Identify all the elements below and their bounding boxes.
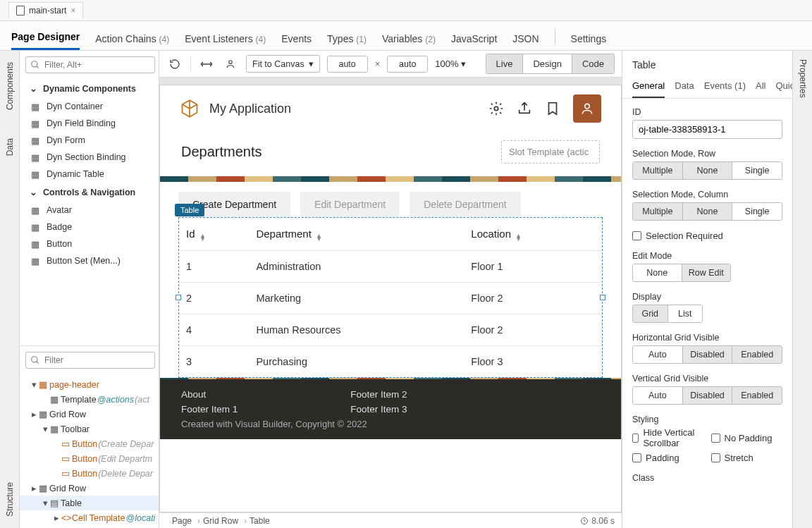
table-header[interactable]: Id ▴▾	[179, 218, 249, 251]
table-header[interactable]: Department ▴▾	[249, 218, 464, 251]
resize-handle-left[interactable]	[176, 295, 181, 300]
tree-row[interactable]: ▭ Button (Create Depar	[20, 436, 159, 451]
styling-checkbox[interactable]: Stretch	[711, 453, 783, 463]
file-tab-main-start[interactable]: main-start ×	[8, 2, 83, 18]
footer-link[interactable]: Footer Item 2	[350, 389, 407, 400]
tree-row[interactable]: ▸▦ Grid Row	[20, 481, 159, 496]
width-input[interactable]: auto	[327, 56, 368, 73]
component-item[interactable]: ▦Dynamic Table	[20, 166, 159, 183]
mode-live[interactable]: Live	[486, 54, 523, 73]
seg-option[interactable]: Single	[732, 162, 782, 179]
rail-properties[interactable]: Properties	[798, 59, 808, 528]
width-icon[interactable]	[198, 56, 215, 73]
zoom-select[interactable]: 100%▾	[435, 59, 466, 69]
seg-option[interactable]: Multiple	[633, 162, 682, 179]
footer-link[interactable]: Footer Item 3	[350, 404, 407, 415]
nav-tab-event-listeners[interactable]: Event Listeners (4)	[185, 26, 266, 50]
seg-option[interactable]: Grid	[633, 305, 668, 322]
lock-ratio-icon[interactable]: ×	[375, 59, 381, 69]
close-icon[interactable]: ×	[70, 6, 75, 16]
share-icon[interactable]	[517, 101, 532, 116]
styling-checkbox[interactable]: No Padding	[711, 427, 783, 448]
seg-option[interactable]: Enabled	[732, 346, 782, 363]
components-search[interactable]	[25, 56, 155, 73]
component-item[interactable]: ▦Button	[20, 235, 159, 252]
mode-code[interactable]: Code	[572, 54, 614, 73]
props-tab-events-[interactable]: Events (1)	[704, 76, 746, 98]
nav-tab-settings[interactable]: Settings	[571, 26, 607, 50]
seg-option[interactable]: Enabled	[732, 387, 782, 404]
rail-components[interactable]: Components	[5, 62, 15, 110]
bookmark-icon[interactable]	[545, 101, 560, 116]
seg-option[interactable]: Single	[732, 203, 782, 220]
nav-tab-page-designer[interactable]: Page Designer	[11, 24, 80, 50]
component-item[interactable]: ▦Dyn Section Binding	[20, 149, 159, 166]
table-component[interactable]: Table Id ▴▾Department ▴▾Location ▴▾ 1Adm…	[178, 217, 603, 378]
seg-option[interactable]: List	[668, 305, 703, 322]
structure-search[interactable]	[25, 352, 155, 369]
slot-template[interactable]: Slot Template (actic	[501, 140, 600, 164]
id-input[interactable]	[632, 120, 782, 139]
rail-data[interactable]: Data	[5, 138, 15, 156]
breadcrumb-item[interactable]: Grid Row	[197, 516, 244, 526]
seg-option[interactable]: None	[682, 162, 732, 179]
component-item[interactable]: ▦Dyn Form	[20, 132, 159, 149]
fit-select[interactable]: Fit to Canvas▾	[246, 55, 320, 73]
component-group-header[interactable]: ⌄Controls & Navigation	[20, 183, 159, 202]
props-tab-general[interactable]: General	[632, 76, 665, 98]
nav-tab-events[interactable]: Events	[281, 26, 312, 50]
height-input[interactable]: auto	[387, 56, 428, 73]
components-search-input[interactable]	[44, 60, 150, 70]
seg-option[interactable]: Disabled	[682, 387, 732, 404]
seg-option[interactable]: Multiple	[633, 203, 682, 220]
selection-required-checkbox[interactable]: Selection Required	[632, 231, 782, 241]
component-group-header[interactable]: ⌄Dynamic Components	[20, 79, 159, 98]
tree-row[interactable]: ▾▦ Toolbar	[20, 422, 159, 436]
component-item[interactable]: ▦Badge	[20, 219, 159, 235]
resize-handle-right[interactable]	[600, 295, 605, 300]
delete-department-button[interactable]: Delete Department	[410, 192, 521, 217]
structure-search-input[interactable]	[44, 355, 150, 365]
nav-tab-variables[interactable]: Variables (2)	[382, 26, 436, 50]
seg-option[interactable]: Disabled	[682, 346, 732, 363]
breadcrumb-item[interactable]: Page	[166, 516, 197, 526]
component-item[interactable]: ▦Dyn Field Binding	[20, 115, 159, 132]
footer-link[interactable]: About	[181, 389, 238, 400]
nav-tab-javascript[interactable]: JavaScript	[451, 26, 497, 50]
edit-department-button[interactable]: Edit Department	[300, 192, 400, 217]
props-tab-all[interactable]: All	[756, 76, 765, 98]
avatar[interactable]	[573, 94, 601, 123]
component-item[interactable]: ▦Dyn Container	[20, 98, 159, 115]
seg-option[interactable]: None	[682, 203, 732, 220]
tree-row[interactable]: ▭ Button (Delete Depar	[20, 466, 159, 481]
props-tab-quick-s[interactable]: Quick S	[775, 76, 792, 98]
styling-checkbox[interactable]: Hide Vertical Scrollbar	[632, 427, 704, 448]
breadcrumb-item[interactable]: Table	[244, 516, 276, 526]
tree-row[interactable]: ▭ Button (Edit Departm	[20, 451, 159, 466]
seg-option[interactable]: Auto	[633, 387, 682, 404]
reload-icon[interactable]	[166, 56, 183, 73]
gear-icon[interactable]	[488, 101, 504, 116]
mode-design[interactable]: Design	[522, 54, 571, 73]
footer-link[interactable]: Footer Item 1	[181, 404, 238, 415]
table-row[interactable]: 3PurchasingFloor 3	[179, 346, 602, 378]
rail-structure[interactable]: Structure	[5, 482, 15, 517]
nav-tab-action-chains[interactable]: Action Chains (4)	[95, 26, 169, 50]
table-row[interactable]: 1AdministrationFloor 1	[179, 251, 602, 283]
table-header[interactable]: Location ▴▾	[464, 218, 602, 251]
styling-checkbox[interactable]: Padding	[632, 453, 704, 463]
props-tab-data[interactable]: Data	[675, 76, 694, 98]
tree-row[interactable]: ▸<> Cell Template @locati	[20, 510, 159, 525]
component-item[interactable]: ▦Button Set (Men...)	[20, 252, 159, 269]
table-row[interactable]: 4Human ResourcesFloor 2	[179, 314, 602, 346]
tree-row[interactable]: ▾▤ Table	[20, 496, 159, 510]
seg-option[interactable]: None	[633, 264, 682, 281]
tree-row[interactable]: ▦ Template @actions (act	[20, 392, 159, 407]
nav-tab-json[interactable]: JSON	[512, 26, 539, 50]
component-item[interactable]: ▦Avatar	[20, 202, 159, 219]
nav-tab-types[interactable]: Types (1)	[327, 26, 367, 50]
tree-row[interactable]: ▾▦ page-header	[20, 377, 159, 392]
tree-row[interactable]: ▸▦ Grid Row	[20, 407, 159, 422]
seg-option[interactable]: Row Edit	[682, 264, 731, 281]
seg-option[interactable]: Auto	[633, 346, 682, 363]
